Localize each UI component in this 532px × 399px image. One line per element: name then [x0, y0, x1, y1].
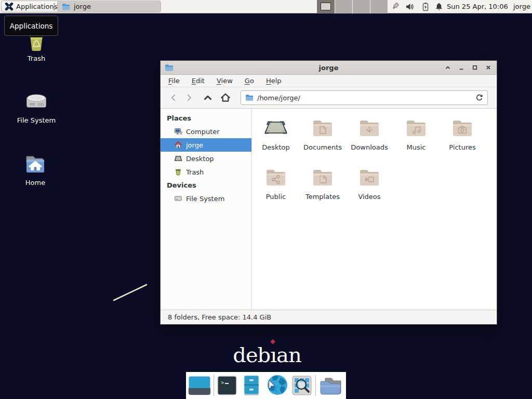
panel-clock[interactable]: Sun 25 Apr, 10:06 — [447, 0, 508, 14]
applications-menu-icon — [5, 2, 14, 11]
file-system-desktop-label[interactable]: File System — [5, 116, 68, 124]
menu-edit[interactable]: Edit — [192, 77, 205, 85]
panel-handle[interactable] — [54, 3, 56, 10]
home-desktop-icon[interactable] — [23, 152, 48, 177]
show-desktop-icon[interactable] — [188, 376, 211, 395]
taskbar-window-button[interactable]: jorge — [57, 1, 161, 12]
maximize-button[interactable] — [471, 63, 479, 72]
dock-folder-icon[interactable] — [319, 375, 342, 396]
reload-icon[interactable] — [475, 94, 483, 102]
menu-help[interactable]: Help — [266, 77, 282, 85]
menu-file[interactable]: File — [168, 77, 180, 85]
app-finder-icon[interactable] — [292, 376, 312, 395]
home-desktop-label[interactable]: Home — [9, 179, 61, 187]
menu-view[interactable]: View — [217, 77, 233, 85]
music-folder-icon — [404, 115, 429, 140]
sidebar-item-trash[interactable]: Trash — [161, 165, 251, 179]
file-system-desktop-icon[interactable] — [24, 89, 49, 114]
workspace-switcher — [317, 0, 388, 14]
folder-item-templates[interactable]: Templates — [300, 165, 345, 201]
desktop-icon — [174, 154, 182, 163]
network-icon[interactable] — [390, 2, 400, 11]
folder-label: Desktop — [262, 143, 290, 151]
computer-icon — [174, 127, 182, 136]
folder-item-documents[interactable]: Documents — [300, 115, 345, 151]
minimize-button[interactable] — [457, 63, 466, 72]
applications-menu-button[interactable]: Applications — [1, 1, 62, 12]
status-text: 8 folders, Free space: 14.4 GiB — [168, 313, 271, 321]
sidebar-header-devices: Devices — [161, 179, 251, 192]
notifications-bell-icon[interactable] — [434, 2, 444, 11]
public-folder-icon — [263, 165, 288, 190]
battery-icon[interactable] — [421, 2, 430, 11]
folder-label: Downloads — [351, 143, 388, 151]
sidebar-item-desktop[interactable]: Desktop — [161, 152, 251, 165]
sidebar-label-desktop: Desktop — [186, 155, 214, 163]
pictures-folder-icon — [450, 115, 475, 140]
sidebar-item-computer[interactable]: Computer — [161, 125, 251, 138]
folder-item-downloads[interactable]: Downloads — [347, 115, 392, 151]
sidebar-item-jorge[interactable]: jorge — [161, 138, 251, 152]
up-button[interactable] — [200, 90, 216, 105]
window-folder-icon — [165, 63, 174, 72]
folder-item-videos[interactable]: Videos — [347, 165, 392, 201]
folder-label: Templates — [305, 193, 340, 201]
videos-folder-icon — [357, 165, 382, 190]
desktop-trapezoid-icon — [263, 115, 288, 140]
address-bar[interactable]: /home/jorge/ — [241, 90, 488, 105]
folder-label: Documents — [303, 143, 342, 151]
sidebar-header-places: Places — [161, 112, 251, 125]
drive-icon — [174, 194, 182, 203]
wallpaper-stroke — [110, 281, 151, 304]
back-button[interactable] — [166, 90, 181, 105]
icon-view[interactable]: Desktop Documents — [252, 109, 497, 310]
file-cabinet-icon[interactable] — [242, 375, 261, 396]
statusbar: 8 folders, Free space: 14.4 GiB — [161, 310, 497, 324]
titlebar[interactable]: jorge — [161, 61, 497, 75]
workspace-1[interactable] — [317, 0, 335, 14]
terminal-icon[interactable]: > — [217, 376, 237, 395]
sidebar-item-file-system[interactable]: File System — [161, 192, 251, 205]
folder-item-public[interactable]: Public — [253, 165, 299, 201]
workspace-3[interactable] — [352, 0, 370, 14]
dock: > — [186, 372, 346, 399]
dock-separator — [214, 375, 214, 396]
dock-separator — [315, 375, 316, 396]
trash-desktop-label[interactable]: Trash — [13, 55, 60, 62]
address-input[interactable]: /home/jorge/ — [257, 94, 471, 102]
file-manager-window: jorge File Edit View Go Help — [160, 60, 497, 325]
debian-logo: debıan — [229, 343, 305, 367]
panel-username[interactable]: jorge — [513, 0, 530, 14]
trash-icon — [174, 168, 182, 176]
desktop: Applications jorge — [0, 0, 532, 399]
shade-button[interactable] — [444, 63, 452, 72]
sidebar-label-file-system: File System — [186, 195, 224, 203]
sidebar-label-jorge: jorge — [186, 141, 203, 149]
workspace-2[interactable] — [335, 0, 352, 14]
menu-go[interactable]: Go — [245, 77, 254, 85]
documents-folder-icon — [310, 115, 335, 140]
sidebar: Places Computer — [161, 109, 252, 310]
templates-folder-icon — [310, 165, 335, 190]
volume-icon[interactable] — [405, 2, 415, 11]
home-button[interactable] — [218, 90, 233, 105]
folder-icon — [62, 3, 70, 11]
folder-label: Public — [266, 193, 286, 201]
workspace-window-thumb — [321, 3, 331, 10]
forward-button[interactable] — [181, 90, 197, 105]
workspace-4[interactable] — [370, 0, 388, 14]
address-folder-icon — [245, 94, 254, 102]
folder-item-music[interactable]: Music — [393, 115, 439, 151]
debian-logo-i: ı — [270, 343, 276, 367]
sidebar-label-computer: Computer — [186, 128, 220, 136]
folder-label: Pictures — [449, 143, 475, 151]
applications-tooltip: Applications — [4, 16, 58, 36]
top-panel: Applications jorge — [0, 0, 532, 14]
svg-text:>: > — [221, 379, 224, 386]
taskbar-window-label: jorge — [74, 3, 91, 10]
close-button[interactable] — [484, 63, 493, 72]
folder-label: Music — [407, 143, 426, 151]
folder-item-desktop[interactable]: Desktop — [253, 115, 299, 151]
web-browser-icon[interactable] — [265, 374, 289, 397]
folder-item-pictures[interactable]: Pictures — [440, 115, 485, 151]
